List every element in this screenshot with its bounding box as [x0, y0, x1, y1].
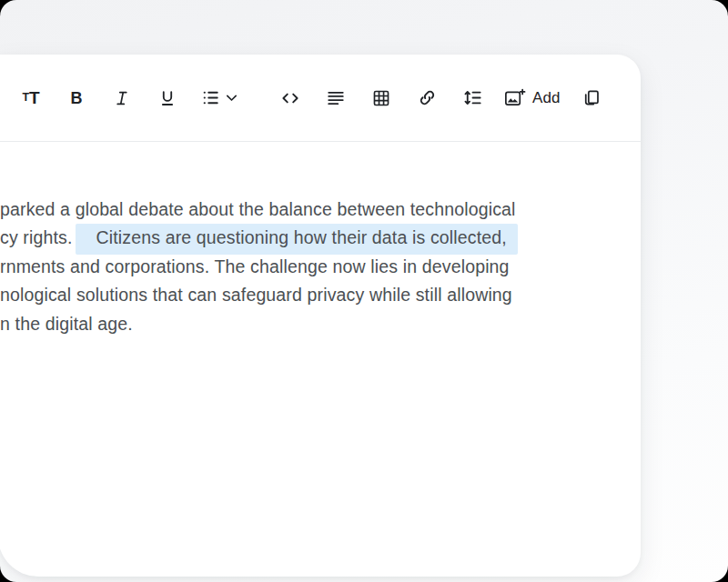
line-spacing-button[interactable]: [456, 82, 489, 115]
text-line: nological solutions that can safeguard p…: [0, 281, 641, 309]
text-size-button[interactable]: TT: [15, 82, 47, 115]
copy-icon: [581, 87, 602, 108]
text-size-icon: T: [22, 92, 29, 104]
bold-button[interactable]: B: [60, 82, 93, 115]
screenshot-canvas: TT B: [0, 0, 728, 582]
link-button[interactable]: [410, 82, 443, 115]
table-button[interactable]: [365, 82, 398, 115]
add-image-label: Add: [532, 89, 561, 107]
highlighted-text: Citizens are questioning how their data …: [76, 224, 518, 255]
italic-button[interactable]: [106, 82, 138, 115]
text-line: rnments and corporations. The challenge …: [0, 253, 641, 281]
code-icon: [279, 87, 301, 109]
table-icon: [371, 88, 391, 108]
underline-button[interactable]: [151, 82, 184, 115]
editor-card: TT B: [0, 55, 641, 577]
bullet-list-button[interactable]: [197, 82, 249, 115]
text-line: parked a global debate about the balance…: [0, 196, 641, 224]
image-add-icon: [503, 87, 526, 109]
editor-content[interactable]: parked a global debate about the balance…: [0, 142, 641, 338]
italic-icon: [112, 88, 132, 108]
editor-toolbar: TT B: [0, 55, 641, 142]
code-button[interactable]: [274, 82, 307, 115]
text-before-highlight: cy rights.: [0, 227, 73, 247]
copy-button[interactable]: [575, 82, 608, 115]
chevron-down-icon: [224, 90, 239, 105]
link-icon: [417, 87, 438, 108]
bold-icon: B: [71, 90, 83, 106]
align-button[interactable]: [319, 82, 352, 115]
bullet-list-icon: [200, 87, 221, 108]
line-spacing-icon: [462, 87, 483, 108]
text-line: cy rights.Citizens are questioning how t…: [0, 224, 641, 252]
text-line: n the digital age.: [0, 310, 641, 338]
underline-icon: [157, 88, 177, 108]
align-left-icon: [326, 88, 346, 108]
add-image-button[interactable]: Add: [501, 82, 562, 115]
